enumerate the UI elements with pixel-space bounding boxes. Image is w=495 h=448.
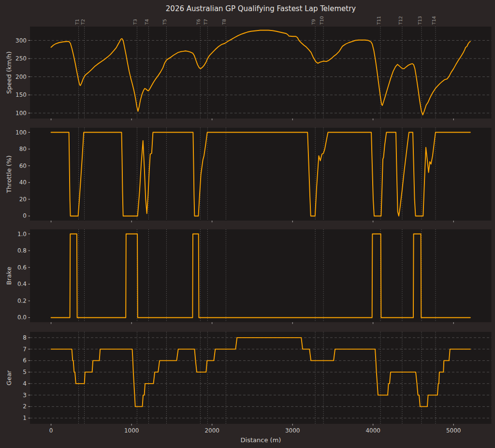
corner-label-t12: T12 xyxy=(398,16,403,25)
chart-title: 2026 Australian GP Qualifying Fastest La… xyxy=(30,4,492,13)
brake-ytick-label: 0.8 xyxy=(17,247,27,254)
panel-gear: 12345678010002000300040005000 xyxy=(23,332,491,434)
throttle-axis-label: Throttle (%) xyxy=(5,155,13,193)
brake-ytick-label: 0.2 xyxy=(17,298,27,304)
brake-axis-label: Brake xyxy=(5,267,13,284)
throttle-ytick-label: 20 xyxy=(19,196,27,203)
gear-ytick-label: 2 xyxy=(23,403,27,410)
corner-label-t7: T7 xyxy=(203,19,208,25)
x-tick-label: 4000 xyxy=(365,427,380,434)
corner-label-t2: T2 xyxy=(80,19,86,25)
gear-plot-area xyxy=(30,332,492,424)
speed-ytick-label: 150 xyxy=(15,91,27,98)
corner-label-t14: T14 xyxy=(431,16,437,25)
speed-ytick-label: 300 xyxy=(15,37,27,44)
gear-ytick-label: 6 xyxy=(23,357,27,364)
speed-ytick-label: 250 xyxy=(15,55,27,62)
throttle-plot-area xyxy=(30,128,492,221)
throttle-ytick-label: 0 xyxy=(23,212,27,219)
brake-ytick-label: 0.6 xyxy=(17,264,27,271)
x-tick-label: 5000 xyxy=(446,427,461,434)
corner-label-t5: T5 xyxy=(162,19,167,25)
x-tick-label: 1000 xyxy=(124,427,139,434)
corner-label-t13: T13 xyxy=(417,16,422,25)
throttle-ytick-label: 60 xyxy=(19,163,27,169)
throttle-ytick-label: 80 xyxy=(19,146,27,152)
corner-label-t9: T9 xyxy=(311,19,316,25)
corner-label-t11: T11 xyxy=(376,16,381,25)
telemetry-chart: 100150200250300T1T2T3T4T5T6T7T8T9T10T11T… xyxy=(0,0,495,448)
panel-speed: 100150200250300T1T2T3T4T5T6T7T8T9T10T11T… xyxy=(15,16,491,120)
x-axis-label: Distance (m) xyxy=(30,436,492,444)
panel-throttle: 020406080100 xyxy=(15,128,491,223)
corner-label-t8: T8 xyxy=(221,19,227,25)
throttle-ytick-label: 40 xyxy=(19,179,27,186)
gear-axis-label: Gear xyxy=(5,370,13,385)
brake-ytick-label: 0.4 xyxy=(17,281,27,287)
throttle-ytick-label: 100 xyxy=(15,129,27,136)
gear-ytick-label: 3 xyxy=(23,392,27,399)
speed-ytick-label: 100 xyxy=(15,110,27,117)
gear-ytick-label: 8 xyxy=(23,334,27,341)
gear-ytick-label: 1 xyxy=(23,415,27,421)
brake-ytick-label: 0.0 xyxy=(17,314,27,321)
gear-ytick-label: 4 xyxy=(23,380,27,387)
x-tick-label: 3000 xyxy=(285,427,300,434)
gear-ytick-label: 5 xyxy=(23,369,27,375)
corner-label-t10: T10 xyxy=(319,16,324,25)
x-tick-label: 2000 xyxy=(204,427,219,434)
corner-label-t4: T4 xyxy=(144,19,149,25)
corner-label-t1: T1 xyxy=(74,19,80,25)
panel-brake: 0.00.20.40.60.81.0 xyxy=(17,229,492,324)
corner-label-t3: T3 xyxy=(132,19,138,25)
corner-label-t6: T6 xyxy=(196,19,201,25)
gear-ytick-label: 7 xyxy=(23,346,27,353)
speed-ytick-label: 200 xyxy=(15,74,27,80)
x-tick-label: 0 xyxy=(49,427,53,434)
brake-ytick-label: 1.0 xyxy=(17,231,27,238)
brake-plot-area xyxy=(30,229,492,322)
telemetry-figure: 100150200250300T1T2T3T4T5T6T7T8T9T10T11T… xyxy=(0,0,495,448)
speed-axis-label: Speed (km/h) xyxy=(5,51,13,94)
